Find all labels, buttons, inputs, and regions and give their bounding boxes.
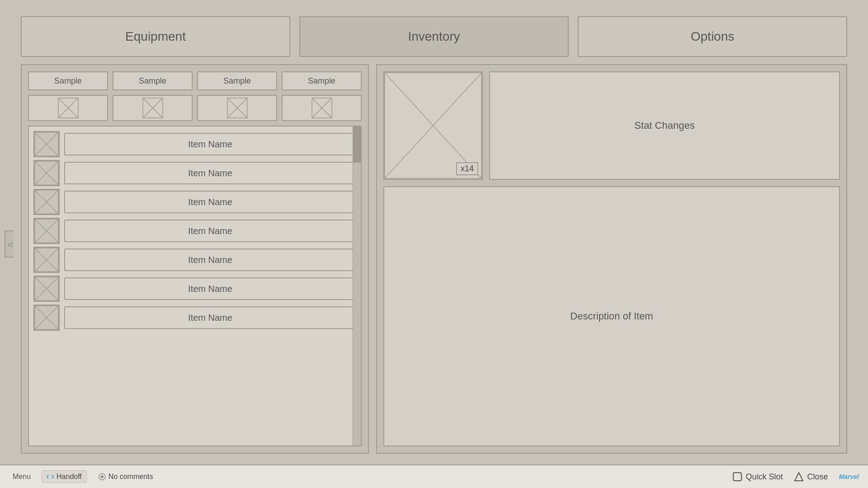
bottom-bar: Menu Handoff No comments Quick Slot (0, 465, 868, 488)
sample-slot-3[interactable]: Sample (197, 71, 277, 90)
svg-rect-38 (733, 473, 741, 481)
sample-slot-2-label: Sample (139, 76, 166, 86)
handoff-label: Handoff (57, 473, 82, 481)
item-name-label-5: Item Name (188, 255, 232, 265)
item-count-label: x14 (461, 164, 474, 173)
item-name-btn-2[interactable]: Item Name (64, 162, 356, 184)
item-name-label-1: Item Name (188, 139, 232, 150)
tab-options-label: Options (691, 29, 735, 44)
right-panel: x14 Stat Changes Description of Item (376, 64, 847, 454)
sample-slot-3-label: Sample (223, 76, 251, 86)
comments-button[interactable]: No comments (94, 471, 158, 483)
item-name-btn-4[interactable]: Item Name (64, 220, 356, 242)
sample-slot-1-label: Sample (54, 76, 82, 86)
left-panel: Sample Sample Sample Sample (21, 64, 369, 454)
item-name-label-6: Item Name (188, 284, 232, 294)
icon-slot-4[interactable] (282, 95, 362, 121)
tab-equipment-label: Equipment (125, 29, 186, 44)
item-name-btn-5[interactable]: Item Name (64, 249, 356, 271)
icon-slots-row (28, 95, 362, 121)
close-label: Close (807, 472, 828, 482)
sample-slots-row: Sample Sample Sample Sample (28, 71, 362, 90)
x-icon-2 (142, 98, 163, 118)
item-icon-5 (33, 247, 60, 273)
inventory-item-4[interactable]: Item Name (33, 218, 356, 244)
item-name-btn-7[interactable]: Item Name (64, 306, 356, 329)
icon-slot-3[interactable] (197, 95, 277, 121)
handoff-button[interactable]: Handoff (42, 470, 87, 483)
item-count-badge: x14 (456, 162, 478, 175)
quick-slot-button[interactable]: Quick Slot (732, 472, 783, 482)
inventory-item-1[interactable]: Item Name (33, 131, 356, 157)
tab-equipment[interactable]: Equipment (21, 16, 290, 57)
right-top: x14 Stat Changes (383, 71, 840, 180)
content-area: Sample Sample Sample Sample (21, 64, 847, 454)
svg-point-37 (101, 475, 104, 478)
item-icon-7 (33, 305, 60, 331)
scrollbar[interactable] (353, 127, 361, 446)
bottom-left: Menu Handoff No comments (9, 470, 157, 483)
item-name-btn-6[interactable]: Item Name (64, 277, 356, 300)
triangle-icon (794, 472, 804, 482)
inventory-item-5[interactable]: Item Name (33, 247, 356, 273)
description-label: Description of Item (570, 310, 653, 322)
item-name-label-4: Item Name (188, 226, 232, 236)
item-icon-3 (33, 189, 60, 215)
item-name-btn-1[interactable]: Item Name (64, 133, 356, 155)
item-name-btn-3[interactable]: Item Name (64, 191, 356, 213)
code-icon (47, 473, 54, 480)
inventory-list: Item Name Item Name (33, 131, 356, 331)
stat-changes-box: Stat Changes (489, 71, 840, 180)
sample-slot-4-label: Sample (308, 76, 335, 86)
menu-button[interactable]: Menu (9, 471, 34, 483)
icon-slot-1[interactable] (28, 95, 108, 121)
item-name-label-3: Item Name (188, 197, 232, 207)
x-icon-3 (227, 98, 248, 118)
quick-slot-label: Quick Slot (746, 472, 783, 482)
tab-options[interactable]: Options (578, 16, 847, 57)
item-name-label-2: Item Name (188, 168, 232, 178)
main-container: Equipment Inventory Options Sample Sampl… (14, 9, 854, 461)
tabs-row: Equipment Inventory Options (21, 16, 847, 57)
inventory-list-container[interactable]: Item Name Item Name (28, 126, 362, 446)
sample-slot-2[interactable]: Sample (113, 71, 193, 90)
description-box: Description of Item (383, 186, 840, 446)
menu-label: Menu (13, 473, 31, 480)
inventory-item-6[interactable]: Item Name (33, 276, 356, 302)
sample-slot-4[interactable]: Sample (282, 71, 362, 90)
inventory-item-2[interactable]: Item Name (33, 160, 356, 186)
item-icon-6 (33, 276, 60, 302)
stat-changes-label: Stat Changes (634, 120, 694, 131)
comment-icon (99, 473, 106, 480)
svg-marker-39 (795, 473, 803, 481)
comments-label: No comments (108, 473, 153, 481)
item-name-label-7: Item Name (188, 313, 232, 323)
close-button[interactable]: Close (794, 472, 828, 482)
item-image-box: x14 (383, 71, 483, 180)
marvel-logo: Marvel (839, 473, 859, 480)
icon-slot-2[interactable] (113, 95, 193, 121)
side-arrow[interactable]: ◁ (5, 230, 14, 258)
scroll-thumb[interactable] (353, 127, 361, 163)
item-icon-2 (33, 160, 60, 186)
x-icon-1 (58, 98, 79, 118)
inventory-item-3[interactable]: Item Name (33, 189, 356, 215)
item-icon-4 (33, 218, 60, 244)
item-icon-1 (33, 131, 60, 157)
inventory-item-7[interactable]: Item Name (33, 305, 356, 331)
square-icon (732, 472, 742, 482)
sample-slot-1[interactable]: Sample (28, 71, 108, 90)
tab-inventory[interactable]: Inventory (299, 16, 569, 57)
bottom-right: Quick Slot Close Marvel (732, 472, 859, 482)
x-icon-4 (311, 98, 332, 118)
tab-inventory-label: Inventory (408, 29, 460, 44)
